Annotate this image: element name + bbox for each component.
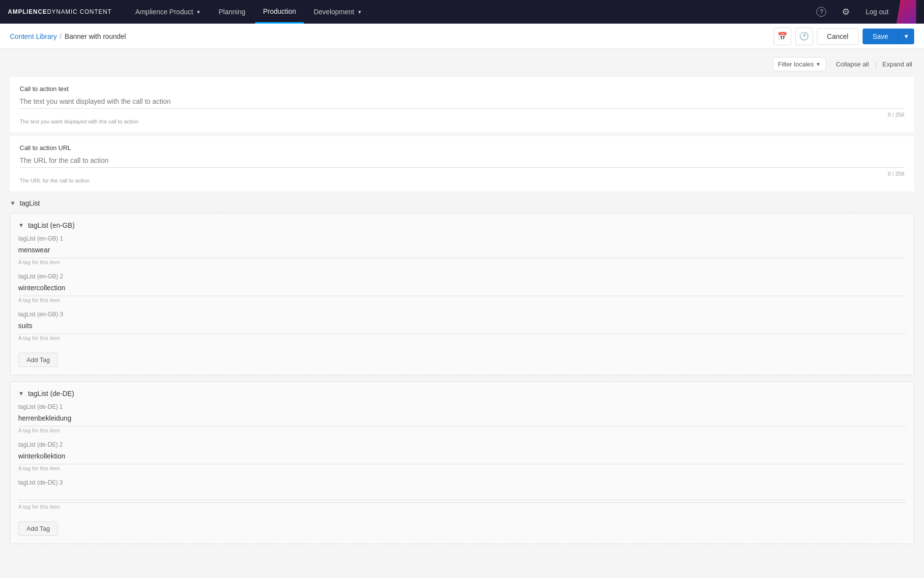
breadcrumb: Content Library / Banner with roundel <box>10 32 126 40</box>
tag-item-de-de-1-input-wrap: herrenbekleidung <box>18 412 906 426</box>
tag-item-en-gb-2-value: wintercollection <box>18 282 906 294</box>
tag-group-de-de-title: tagList (de-DE) <box>28 390 74 397</box>
tag-group-en-gb-header[interactable]: ▼ tagList (en-GB) <box>18 221 906 229</box>
cancel-button[interactable]: Cancel <box>817 28 859 45</box>
add-tag-de-de-button[interactable]: Add Tag <box>18 521 58 536</box>
tag-item-en-gb-2-input-wrap: wintercollection <box>18 282 906 296</box>
cta-text-hint: The text you want displayed with the cal… <box>20 119 904 124</box>
tag-item-de-de-1-label: tagList (de-DE) 1 <box>18 403 906 410</box>
brand-suffix: DYNAMIC CONTENT <box>47 8 112 15</box>
breadcrumb-link[interactable]: Content Library <box>10 32 57 40</box>
breadcrumb-bar: Content Library / Banner with roundel 📅 … <box>0 24 924 49</box>
logout-button[interactable]: Log out <box>862 6 893 18</box>
brand-logo: AMPLIENCE DYNAMIC CONTENT <box>8 8 112 15</box>
tag-item-de-de-1-hint: A tag for this item <box>18 427 906 433</box>
tag-group-de-de-chevron-icon: ▼ <box>18 390 24 397</box>
tag-item-de-de-3-input-wrap <box>18 488 906 503</box>
tag-list-chevron-icon: ▼ <box>10 200 16 207</box>
nav-label: Amplience Product <box>135 8 193 16</box>
help-button[interactable]: ? <box>812 5 830 19</box>
tag-item-en-gb-3-hint: A tag for this item <box>18 335 906 341</box>
cta-text-input[interactable] <box>20 94 904 109</box>
expand-all-button[interactable]: Expand all <box>880 60 914 69</box>
tag-item-de-de-2-value: winterkollektion <box>18 450 906 462</box>
filter-locales-button[interactable]: Filter locales ▼ <box>773 57 826 71</box>
settings-icon: ⚙ <box>842 7 850 17</box>
collapse-expand-controls: Collapse all | Expand all <box>834 60 914 69</box>
main-content: Filter locales ▼ Collapse all | Expand a… <box>0 49 924 578</box>
nav-item-development[interactable]: Development ▼ <box>306 0 370 24</box>
cta-text-label: Call to action text <box>20 85 904 92</box>
breadcrumb-actions: 📅 🕐 Cancel Save ▼ <box>774 28 914 45</box>
cta-url-count: 0 / 256 <box>888 171 904 177</box>
tag-item-de-de-2-hint: A tag for this item <box>18 465 906 471</box>
tag-group-en-gb-chevron-icon: ▼ <box>18 222 24 229</box>
tag-item-de-de-1: tagList (de-DE) 1 herrenbekleidung A tag… <box>18 403 906 433</box>
nav-label: Planning <box>219 8 246 16</box>
save-button[interactable]: Save <box>863 29 898 44</box>
tag-item-en-gb-2-label: tagList (en-GB) 2 <box>18 273 906 280</box>
tag-item-en-gb-3: tagList (en-GB) 3 suits A tag for this i… <box>18 311 906 341</box>
separator: | <box>875 61 876 68</box>
tag-item-en-gb-3-value: suits <box>18 320 906 332</box>
tag-item-en-gb-2: tagList (en-GB) 2 wintercollection A tag… <box>18 273 906 303</box>
nav-item-planning[interactable]: Planning <box>211 0 254 24</box>
history-button[interactable]: 🕐 <box>795 28 813 45</box>
collapse-all-button[interactable]: Collapse all <box>834 60 871 69</box>
cta-url-input-wrap: 0 / 256 <box>20 153 904 168</box>
chevron-down-icon: ▼ <box>903 33 909 40</box>
top-nav: AMPLIENCE DYNAMIC CONTENT Amplience Prod… <box>0 0 924 24</box>
nav-label: Development <box>314 8 354 16</box>
tag-item-en-gb-1-label: tagList (en-GB) 1 <box>18 235 906 242</box>
tag-group-de-de: ▼ tagList (de-DE) tagList (de-DE) 1 herr… <box>10 381 914 544</box>
history-icon: 🕐 <box>799 31 809 41</box>
dropdown-icon: ▼ <box>196 9 201 15</box>
brand-corner-decoration <box>896 0 916 24</box>
tag-item-en-gb-1: tagList (en-GB) 1 menswear A tag for thi… <box>18 235 906 265</box>
tag-list-header[interactable]: ▼ tagList <box>10 199 914 207</box>
tag-group-de-de-header[interactable]: ▼ tagList (de-DE) <box>18 390 906 397</box>
tag-item-de-de-3: tagList (de-DE) 3 A tag for this item <box>18 479 906 510</box>
nav-label: Production <box>263 7 296 15</box>
cta-text-section: Call to action text 0 / 256 The text you… <box>10 77 914 132</box>
breadcrumb-separator: / <box>60 32 62 40</box>
nav-item-production[interactable]: Production <box>255 0 304 24</box>
tag-item-de-de-3-hint: A tag for this item <box>18 504 906 510</box>
brand-prefix: AMPLIENCE <box>8 8 47 15</box>
nav-items: Amplience Product ▼ Planning Production … <box>127 0 812 24</box>
calendar-button[interactable]: 📅 <box>774 28 791 45</box>
tag-item-en-gb-1-hint: A tag for this item <box>18 259 906 265</box>
nav-item-amplience-product[interactable]: Amplience Product ▼ <box>127 0 208 24</box>
tag-item-de-de-2: tagList (de-DE) 2 winterkollektion A tag… <box>18 441 906 471</box>
nav-right: ? ⚙ Log out <box>812 4 893 19</box>
tag-group-en-gb-title: tagList (en-GB) <box>28 221 75 229</box>
filter-locales-label: Filter locales <box>778 61 814 68</box>
help-icon: ? <box>816 7 826 17</box>
tag-item-de-de-3-label: tagList (de-DE) 3 <box>18 479 906 486</box>
cta-url-label: Call to action URL <box>20 144 904 152</box>
breadcrumb-current: Banner with roundel <box>65 32 126 40</box>
save-dropdown-button[interactable]: ▼ <box>898 29 914 44</box>
dropdown-icon: ▼ <box>357 9 362 15</box>
tag-item-en-gb-1-value: menswear <box>18 244 906 256</box>
tag-list-section: ▼ tagList ▼ tagList (en-GB) tagList (en-… <box>10 199 914 544</box>
tag-item-en-gb-3-label: tagList (en-GB) 3 <box>18 311 906 318</box>
tag-item-de-de-3-input[interactable] <box>18 488 906 500</box>
tag-item-de-de-2-input-wrap: winterkollektion <box>18 450 906 464</box>
filter-locales-chevron-icon: ▼ <box>816 61 821 67</box>
cta-text-count: 0 / 256 <box>888 112 904 118</box>
save-group: Save ▼ <box>863 29 914 44</box>
filter-bar: Filter locales ▼ Collapse all | Expand a… <box>10 57 914 71</box>
add-tag-en-gb-button[interactable]: Add Tag <box>18 353 58 367</box>
tag-item-en-gb-3-input-wrap: suits <box>18 320 906 334</box>
tag-item-en-gb-1-input-wrap: menswear <box>18 244 906 258</box>
tag-list-title: tagList <box>20 199 40 207</box>
tag-item-de-de-2-label: tagList (de-DE) 2 <box>18 441 906 448</box>
tag-item-de-de-1-value: herrenbekleidung <box>18 412 906 424</box>
calendar-icon: 📅 <box>778 31 787 41</box>
cta-url-section: Call to action URL 0 / 256 The URL for t… <box>10 136 914 191</box>
settings-button[interactable]: ⚙ <box>838 4 854 19</box>
cta-text-input-wrap: 0 / 256 <box>20 94 904 109</box>
tag-group-en-gb: ▼ tagList (en-GB) tagList (en-GB) 1 mens… <box>10 213 914 375</box>
cta-url-input[interactable] <box>20 153 904 168</box>
